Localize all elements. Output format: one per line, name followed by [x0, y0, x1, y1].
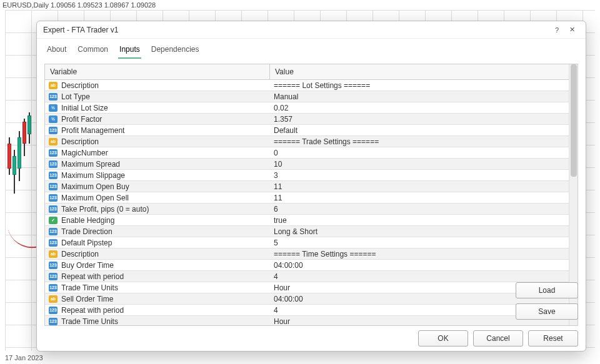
type-icon: ab [49, 295, 58, 303]
table-row[interactable]: ✓Enable Hedgingtrue [45, 215, 569, 226]
dialog-titlebar: Expert - FTA Trader v1 ? ✕ [37, 21, 586, 39]
col-header-value[interactable]: Value [270, 64, 569, 79]
table-row[interactable]: 123MagicNumber0 [45, 147, 569, 159]
cell-variable: abDescription [45, 81, 270, 90]
cell-variable: 123Trade Direction [45, 227, 270, 236]
cell-variable: 123Trade Time Units [45, 317, 270, 326]
type-icon: 123 [49, 239, 58, 247]
cell-value[interactable]: 10 [270, 160, 569, 169]
variable-name: Initial Lot Size [61, 104, 108, 112]
table-row[interactable]: 123Maximum Open Buy11 [45, 181, 569, 192]
cell-value[interactable]: 6 [270, 205, 569, 214]
type-icon: 123 [49, 318, 58, 325]
table-row[interactable]: 123Profit ManagementDefault [45, 125, 569, 136]
cancel-button[interactable]: Cancel [473, 330, 523, 347]
cell-value[interactable]: 0 [270, 149, 569, 157]
cell-value[interactable]: ====== Time Settings ====== [270, 250, 569, 258]
variable-name: Default Pipstep [61, 239, 112, 247]
load-button[interactable]: Load [516, 282, 578, 298]
type-icon: 123 [49, 262, 58, 269]
table-row[interactable]: ½Initial Lot Size0.02 [45, 102, 569, 114]
col-header-variable[interactable]: Variable [45, 64, 270, 79]
cell-variable: abDescription [45, 250, 270, 258]
table-header: Variable Value [45, 64, 569, 80]
variable-name: Repeat with period [61, 306, 124, 315]
expert-dialog: Expert - FTA Trader v1 ? ✕ About Common … [36, 21, 586, 352]
variable-name: Profit Factor [61, 115, 102, 124]
save-button[interactable]: Save [516, 303, 578, 320]
variable-name: Profit Management [61, 126, 124, 135]
table-row[interactable]: 123Trade Time UnitsHour [45, 316, 569, 325]
variable-name: Description [61, 250, 99, 258]
scrollbar-thumb[interactable] [571, 64, 577, 177]
cell-value[interactable]: 11 [270, 182, 569, 191]
cell-variable: abDescription [45, 137, 270, 146]
cell-value[interactable]: 5 [270, 239, 569, 247]
variable-name: Description [61, 137, 99, 146]
cell-value[interactable]: 0.02 [270, 104, 569, 112]
variable-name: Maximum Open Buy [61, 182, 129, 191]
cell-value[interactable]: 11 [270, 194, 569, 202]
cell-value[interactable]: 1.357 [270, 115, 569, 124]
tab-dependencies[interactable]: Dependencies [150, 42, 201, 59]
chart-date-label: 17 Jan 2023 [5, 354, 43, 362]
type-icon: ½ [49, 104, 58, 112]
cell-value[interactable]: ====== Lot Settings ====== [270, 81, 569, 90]
variable-name: Take Profit, pips (0 = auto) [61, 205, 149, 214]
cell-variable: 123Profit Management [45, 126, 270, 135]
table-row[interactable]: 123Default Pipstep5 [45, 237, 569, 248]
cell-value[interactable]: Manual [270, 92, 569, 101]
tab-about[interactable]: About [46, 42, 68, 59]
tab-common[interactable]: Common [76, 42, 109, 59]
table-row[interactable]: 123Lot TypeManual [45, 91, 569, 102]
cell-variable: 123Repeat with period [45, 272, 270, 281]
dialog-footer: OK Cancel Reset [37, 326, 586, 351]
table-row[interactable]: 123Repeat with period4 [45, 305, 569, 316]
cell-value[interactable]: 04:00:00 [270, 261, 569, 270]
cell-value[interactable]: 3 [270, 171, 569, 180]
close-icon[interactable]: ✕ [564, 24, 579, 36]
help-icon[interactable]: ? [549, 24, 564, 36]
variable-name: Trade Direction [61, 227, 112, 236]
cell-variable: 123Take Profit, pips (0 = auto) [45, 205, 270, 214]
table-row[interactable]: abDescription====== Lot Settings ====== [45, 80, 569, 91]
variable-name: Sell Order Time [61, 295, 113, 303]
table-body: abDescription====== Lot Settings ======1… [45, 80, 569, 325]
table-row[interactable]: 123Trade Time UnitsHour [45, 282, 569, 293]
table-row[interactable]: 123Maximum Open Sell11 [45, 192, 569, 204]
table-row[interactable]: 123Buy Order Time04:00:00 [45, 260, 569, 271]
cell-value[interactable]: 4 [270, 272, 569, 281]
table-row[interactable]: abSell Order Time04:00:00 [45, 293, 569, 305]
table-row[interactable]: abDescription====== Trade Settings =====… [45, 136, 569, 147]
ok-button[interactable]: OK [418, 330, 468, 347]
type-icon: 123 [49, 160, 58, 168]
table-row[interactable]: 123Trade DirectionLong & Short [45, 226, 569, 237]
chart-symbol-info: EURUSD,Daily 1.09056 1.09523 1.08967 1.0… [2, 1, 156, 9]
cell-value[interactable]: ====== Trade Settings ====== [270, 137, 569, 146]
cell-value[interactable]: true [270, 216, 569, 225]
table-row[interactable]: 123Take Profit, pips (0 = auto)6 [45, 204, 569, 215]
type-icon: 123 [49, 149, 58, 157]
table-row[interactable]: 123Maximum Slippage3 [45, 170, 569, 181]
type-icon: 123 [49, 284, 58, 292]
table-row[interactable]: abDescription====== Time Settings ====== [45, 248, 569, 260]
cell-variable: ½Initial Lot Size [45, 104, 270, 112]
variable-name: MagicNumber [61, 149, 108, 157]
tab-inputs[interactable]: Inputs [118, 42, 141, 59]
cell-variable: 123Lot Type [45, 92, 270, 101]
type-icon: 123 [49, 205, 58, 213]
variable-name: Repeat with period [61, 272, 124, 281]
cell-value[interactable]: Long & Short [270, 227, 569, 236]
cell-variable: ✓Enable Hedging [45, 216, 270, 225]
cell-variable: 123Maximum Spread [45, 160, 270, 169]
reset-button[interactable]: Reset [528, 330, 578, 347]
variable-name: Enable Hedging [61, 216, 114, 225]
inputs-grid: Variable Value abDescription====== Lot S… [44, 64, 578, 326]
table-row[interactable]: 123Repeat with period4 [45, 271, 569, 282]
table-row[interactable]: ½Profit Factor1.357 [45, 114, 569, 125]
cell-value[interactable]: Default [270, 126, 569, 135]
table-row[interactable]: 123Maximum Spread10 [45, 159, 569, 170]
type-icon: 123 [49, 172, 58, 179]
cell-variable: 123Maximum Open Sell [45, 194, 270, 202]
cell-variable: abSell Order Time [45, 295, 270, 303]
